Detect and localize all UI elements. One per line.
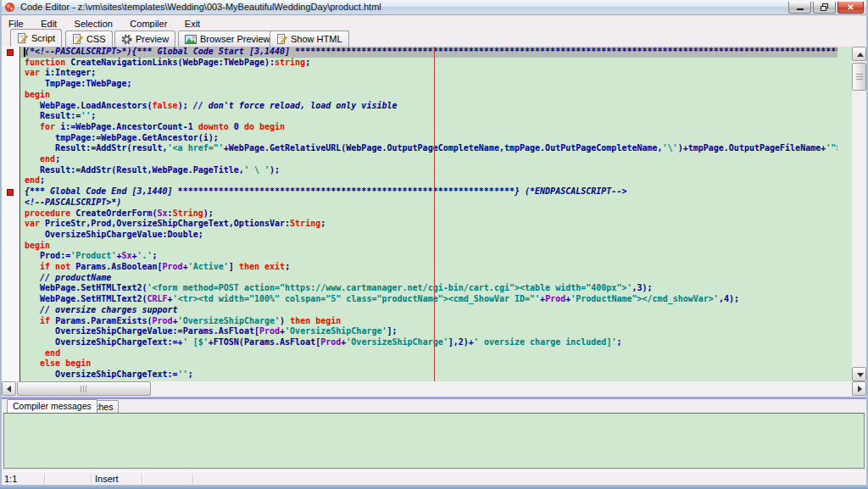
horizontal-scrollbar[interactable] (2, 381, 866, 396)
code-line[interactable]: (*<!--PASCALSCRIPT>*){*** Global Code St… (21, 47, 837, 58)
code-line[interactable]: begin (21, 90, 837, 101)
code-line[interactable]: // productName (21, 273, 837, 284)
vertical-scroll-thumb[interactable] (852, 63, 866, 91)
code-line[interactable]: var i:Integer; (21, 68, 837, 79)
horizontal-scroll-thumb[interactable] (17, 381, 151, 396)
code-line[interactable]: tmpPage:=WebPage.GetAncestor(i); (21, 133, 837, 144)
code-line[interactable]: Prod:='Product'+Sx+'.'; (21, 251, 837, 262)
restore-icon (821, 3, 828, 11)
status-separator (192, 474, 193, 484)
window-title: Code Editor - z:\vm\sites\templates\Wedd… (20, 2, 381, 12)
tab-browser-preview[interactable]: Browser Preview (178, 31, 277, 47)
editor-gutter[interactable] (2, 47, 20, 381)
page-edit-icon (276, 34, 287, 45)
menu-bar: File Edit Selection Compiler Exit (0, 15, 868, 28)
right-margin-line (434, 47, 435, 381)
code-line[interactable]: if not Params.AsBoolean[Prod+'Active'] t… (21, 262, 837, 273)
tab-script[interactable]: Script (10, 29, 62, 47)
close-button[interactable]: ✕ (837, 2, 864, 14)
page-edit-icon (17, 33, 28, 44)
document-tab-bar: Script CSS Preview Browser Pr (0, 28, 868, 47)
minimize-icon (797, 8, 804, 10)
status-bar: 1:1 Insert (0, 471, 868, 485)
arrow-down-icon (857, 373, 864, 377)
code-line[interactable]: Result:=AddStr(Result,WebPage.PageTitle,… (21, 165, 837, 176)
status-separator (91, 474, 92, 484)
status-separator (44, 474, 45, 484)
code-line[interactable]: if Params.ParamExists(Prod+'OversizeShip… (21, 316, 837, 327)
code-area[interactable]: (*<!--PASCALSCRIPT>*){*** Global Code St… (21, 47, 837, 381)
code-line[interactable]: else begin (21, 358, 837, 370)
scroll-right-button[interactable] (852, 381, 866, 396)
code-line[interactable]: var PriceStr,Prod,OversizeShipChargeText… (21, 219, 837, 230)
code-line[interactable]: procedure CreateOrderForm(Sx:String); (21, 208, 837, 219)
code-editor-window: Code Editor - z:\vm\sites\templates\Wedd… (0, 0, 868, 489)
scroll-left-button[interactable] (2, 381, 16, 396)
code-line[interactable]: Result:=AddStr(result,'<a href="'+WebPag… (21, 143, 837, 154)
tab-compiler-messages[interactable]: Compiler messages (7, 399, 97, 413)
window-border-left (0, 0, 2, 489)
breakpoint-marker[interactable] (7, 189, 14, 196)
code-line[interactable]: OversizeShipChargeValue:=Params.AsFloat[… (21, 326, 837, 337)
gear-icon (121, 34, 132, 45)
editor: (*<!--PASCALSCRIPT>*){*** Global Code St… (2, 47, 866, 396)
thumb-grip (856, 74, 863, 81)
code-line[interactable]: end; (21, 154, 837, 165)
breakpoint-marker[interactable] (7, 49, 14, 56)
status-separator (142, 474, 142, 484)
minimize-button[interactable] (788, 2, 811, 14)
title-bar[interactable]: Code Editor - z:\vm\sites\templates\Wedd… (0, 0, 868, 15)
code-line[interactable]: OversizeShipChargeText:=''; (21, 370, 837, 381)
code-line[interactable]: WebPage.SetHTMLText2('<form method=POST … (21, 283, 837, 294)
code-line[interactable]: <!--PASCALSCRIPT>*) (21, 197, 837, 208)
close-icon: ✕ (847, 3, 854, 12)
tab-show-html[interactable]: Show HTML (270, 31, 349, 47)
compiler-messages-panel[interactable] (3, 413, 865, 469)
arrow-up-icon (857, 53, 864, 57)
vertical-scrollbar[interactable] (852, 47, 866, 381)
tab-preview[interactable]: Preview (114, 31, 175, 47)
scroll-down-button[interactable] (852, 367, 866, 381)
code-line[interactable]: end; (21, 175, 837, 186)
code-line[interactable]: {*** Global Code End [3,1440] **********… (21, 186, 837, 197)
scroll-up-button[interactable] (852, 47, 866, 61)
window-border-bottom (0, 485, 868, 489)
code-line[interactable]: Result:=''; (21, 111, 837, 122)
app-icon (4, 2, 15, 13)
code-line[interactable]: OversizeShipChargeText:=+' [$'+FTOSN(Par… (21, 337, 837, 348)
image-icon (185, 34, 197, 45)
code-line[interactable]: OversizeShipChargeValue:Double; (21, 230, 837, 241)
code-line[interactable]: end (21, 348, 837, 359)
code-line[interactable]: WebPage.SetHTMLText2(CRLF+'<tr><td width… (21, 294, 837, 305)
bottom-tab-bar: Compiler messages Watches (0, 399, 868, 413)
code-line[interactable]: TmpPage:TWebPage; (21, 79, 837, 90)
insert-mode-indicator: Insert (95, 473, 119, 485)
code-line[interactable]: begin (21, 241, 837, 252)
arrow-left-icon (7, 386, 11, 392)
text-caret (24, 47, 25, 57)
caret-position: 1:1 (4, 473, 17, 485)
code-line[interactable]: // oversize charges support (21, 305, 837, 316)
arrow-right-icon (858, 386, 862, 392)
thumb-grip (81, 386, 87, 392)
code-line[interactable]: function CreateNavigationLinks(WebPage:T… (21, 58, 837, 69)
tab-css[interactable]: CSS (65, 31, 113, 47)
restore-button[interactable] (813, 2, 836, 14)
code-line[interactable]: for i:=WebPage.AncestorCount-1 downto 0 … (21, 122, 837, 133)
code-line[interactable]: WebPage.LoadAncestors(false); // don't f… (21, 101, 837, 112)
page-edit-icon (72, 34, 83, 45)
